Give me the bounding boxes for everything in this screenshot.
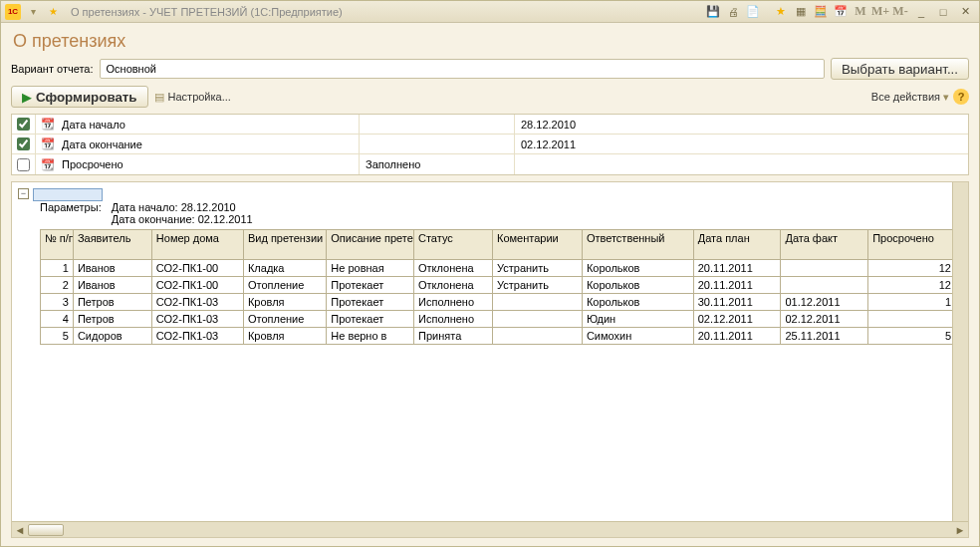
settings-icon: ▤ <box>154 91 164 104</box>
column-header[interactable]: Дата план <box>693 230 781 260</box>
column-header[interactable]: Номер дома <box>151 230 243 260</box>
play-icon: ▶ <box>22 90 32 105</box>
table-cell: Петров <box>73 294 151 311</box>
table-row[interactable]: 4ПетровСО2-ПК1-03ОтоплениеПротекаетИспол… <box>41 311 956 328</box>
column-header[interactable]: Описание претензии <box>327 230 414 260</box>
calendar-small-icon: 📆 <box>36 115 60 134</box>
table-cell: 01.12.2011 <box>781 294 868 311</box>
scrollbar-thumb[interactable] <box>28 524 64 536</box>
help-icon[interactable]: ? <box>953 89 969 105</box>
data-table: № п/пЗаявительНомер домаВид претензииОпи… <box>40 229 956 345</box>
table-cell: Не верно в <box>327 328 414 345</box>
favorite-icon[interactable]: ★ <box>45 4 61 20</box>
table-cell <box>781 277 868 294</box>
save-icon[interactable]: 💾 <box>704 4 722 20</box>
filter-panel: 📆Дата начало28.12.2010📆Дата окончание02.… <box>11 114 969 175</box>
table-cell <box>868 311 956 328</box>
table-cell <box>492 328 582 345</box>
chevron-down-icon: ▾ <box>943 91 949 104</box>
horizontal-scrollbar[interactable]: ◄ ► <box>12 521 968 537</box>
filter-row: 📆Дата начало28.12.2010 <box>12 115 968 135</box>
column-header[interactable]: Статус <box>414 230 493 260</box>
table-cell: Корольков <box>582 260 693 277</box>
close-icon[interactable]: ✕ <box>955 5 975 19</box>
calendar-small-icon: 📆 <box>36 135 60 153</box>
table-cell: 3 <box>41 294 74 311</box>
filter-checkbox[interactable] <box>17 137 30 150</box>
column-header[interactable]: Дата факт <box>781 230 868 260</box>
table-cell: СО2-ПК1-03 <box>151 328 243 345</box>
table-cell: СО2-ПК1-03 <box>151 294 243 311</box>
variant-value: Основной <box>107 63 156 75</box>
copy-icon[interactable]: 📄 <box>744 4 762 20</box>
table-row[interactable]: 2ИвановСО2-ПК1-00ОтоплениеПротекаетОткло… <box>41 277 956 294</box>
filter-value[interactable]: 02.12.2011 <box>514 135 968 153</box>
table-row[interactable]: 1ИвановСО2-ПК1-00КладкаНе ровнаяОтклонен… <box>41 260 956 277</box>
star-icon[interactable]: ★ <box>772 4 790 20</box>
filter-value[interactable]: 28.12.2010 <box>514 115 968 134</box>
scroll-left-icon[interactable]: ◄ <box>12 523 28 537</box>
filter-condition[interactable]: Заполнено <box>359 154 514 174</box>
params-line1: Дата начало: 28.12.2010 <box>112 201 253 213</box>
column-header[interactable]: Ответственный <box>582 230 693 260</box>
column-header[interactable]: Просрочено <box>868 230 956 260</box>
vertical-scrollbar[interactable] <box>952 182 968 521</box>
filter-label: Дата начало <box>60 115 359 134</box>
filter-label: Просрочено <box>60 154 359 174</box>
table-cell: Отклонена <box>414 277 493 294</box>
table-cell: Юдин <box>582 311 693 328</box>
table-row[interactable]: 5СидоровСО2-ПК1-03КровляНе верно вПринят… <box>41 328 956 345</box>
titlebar: 1C ▾ ★ О претензиях - УЧЕТ ПРЕТЕНЗИЙ (1С… <box>1 1 979 23</box>
page-title: О претензиях <box>13 31 969 52</box>
filter-checkbox[interactable] <box>17 158 30 171</box>
m-plus-button[interactable]: M+ <box>871 4 889 20</box>
column-header[interactable]: Коментарии <box>492 230 582 260</box>
table-cell: СО2-ПК1-00 <box>151 260 243 277</box>
scroll-right-icon[interactable]: ► <box>952 523 968 537</box>
form-button[interactable]: ▶ Сформировать <box>11 86 148 108</box>
settings-button[interactable]: ▤ Настройка... <box>154 91 231 104</box>
table-row[interactable]: 3ПетровСО2-ПК1-03КровляПротекаетИсполнен… <box>41 294 956 311</box>
m-minus-button[interactable]: M- <box>891 4 909 20</box>
filter-condition[interactable] <box>359 115 514 134</box>
filter-checkbox[interactable] <box>17 118 30 131</box>
print-icon[interactable]: 🖨 <box>724 4 742 20</box>
collapse-icon[interactable]: − <box>18 188 29 199</box>
column-header[interactable]: Вид претензии <box>243 230 326 260</box>
table-cell: Кровля <box>243 294 326 311</box>
table-cell: СО2-ПК1-03 <box>151 311 243 328</box>
calc-icon[interactable]: 🧮 <box>812 4 830 20</box>
choose-variant-button[interactable]: Выбрать вариант... <box>831 58 969 80</box>
grid-icon[interactable]: ▦ <box>792 4 810 20</box>
app-icon: 1C <box>5 4 21 20</box>
table-cell: Исполнено <box>414 311 493 328</box>
minimize-icon[interactable]: _ <box>911 5 931 19</box>
table-cell: Протекает <box>327 311 414 328</box>
all-actions-button[interactable]: Все действия ▾ <box>871 91 949 104</box>
table-cell: СО2-ПК1-00 <box>151 277 243 294</box>
restore-icon[interactable]: □ <box>933 5 953 19</box>
table-cell: Протекает <box>327 294 414 311</box>
table-cell: Исполнено <box>414 294 493 311</box>
table-cell: Сидоров <box>73 328 151 345</box>
variant-field[interactable]: Основной <box>100 59 825 79</box>
table-cell: Не ровная <box>327 260 414 277</box>
dropdown-icon[interactable]: ▾ <box>25 4 41 20</box>
m-button[interactable]: M <box>852 4 869 20</box>
selection-box[interactable] <box>33 188 103 201</box>
column-header[interactable]: № п/п <box>41 230 74 260</box>
filter-value[interactable] <box>514 154 968 174</box>
calendar-icon[interactable]: 📅 <box>832 4 850 20</box>
filter-condition[interactable] <box>359 135 514 153</box>
table-cell: 02.12.2011 <box>693 311 781 328</box>
table-cell: 12 <box>868 277 956 294</box>
table-cell: Иванов <box>73 277 151 294</box>
table-cell: 25.11.2011 <box>781 328 868 345</box>
table-cell: 2 <box>41 277 74 294</box>
table-cell: Протекает <box>327 277 414 294</box>
table-cell: Корольков <box>582 294 693 311</box>
column-header[interactable]: Заявитель <box>73 230 151 260</box>
table-cell: Устранить <box>492 260 582 277</box>
table-cell: Устранить <box>492 277 582 294</box>
filter-label: Дата окончание <box>60 135 359 153</box>
